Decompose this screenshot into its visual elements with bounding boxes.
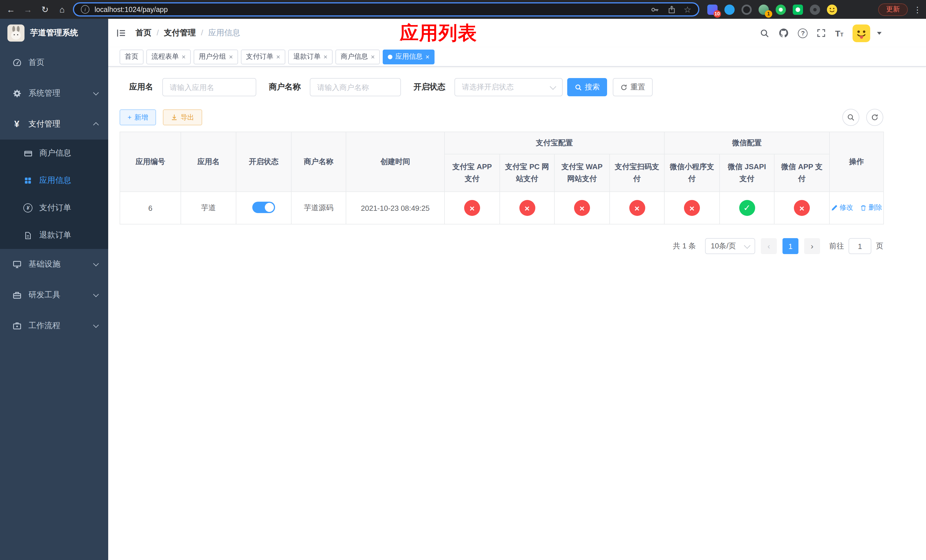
sidebar-item-app-info[interactable]: 应用信息 (0, 167, 108, 194)
grid-icon (23, 177, 32, 185)
toggle-search-button[interactable] (842, 109, 859, 126)
app-name-input[interactable] (162, 78, 256, 96)
search-button[interactable]: 搜索 (567, 78, 607, 96)
wechat-mini-disabled-icon: × (684, 200, 700, 216)
site-info-icon[interactable]: i (81, 5, 89, 14)
chevron-down-icon (93, 322, 99, 328)
edit-link[interactable]: 修改 (831, 203, 853, 213)
monitor-icon (12, 260, 22, 269)
extension-badge: 10 (713, 10, 721, 17)
app-logo: 芋道管理系统 (0, 19, 108, 47)
sidebar-item-system[interactable]: 系统管理 (0, 78, 108, 109)
sidebar-item-home[interactable]: 首页 (0, 47, 108, 78)
sidebar-menu: 首页 系统管理 ¥ 支付管理 商户信息 (0, 47, 108, 341)
alipay-wap-disabled-icon: × (574, 200, 590, 216)
tab-close-icon[interactable]: × (324, 53, 327, 61)
browser-menu-icon[interactable]: ⋮ (914, 5, 921, 14)
export-button[interactable]: 导出 (163, 109, 202, 125)
user-avatar[interactable] (853, 24, 870, 42)
extension-pin-icon[interactable] (810, 4, 820, 15)
merchant-name-input[interactable] (310, 78, 401, 96)
breadcrumb-payment[interactable]: 支付管理 (151, 28, 196, 38)
col-wechat-mini: 微信小程序支付 (664, 154, 720, 192)
tab-home[interactable]: 首页 (120, 49, 144, 64)
add-button[interactable]: + 新增 (120, 109, 156, 125)
font-size-icon[interactable]: TT (835, 29, 843, 37)
refresh-table-button[interactable] (866, 109, 883, 126)
status-select[interactable]: 请选择开启状态 (454, 78, 563, 96)
filter-form: 应用名 商户名称 开启状态 请选择开启状态 搜索 重置 (120, 78, 883, 96)
tab-refund-order[interactable]: 退款订单× (288, 49, 333, 64)
chevron-down-icon (744, 242, 750, 249)
browser-extensions: 10 1 (707, 4, 837, 15)
extension-avatar-icon[interactable]: 1 (758, 4, 769, 15)
sidebar-toggle-icon[interactable] (116, 28, 126, 38)
sidebar-item-payment[interactable]: ¥ 支付管理 (0, 109, 108, 139)
breadcrumb-home[interactable]: 首页 (136, 28, 151, 38)
sidebar-item-dev-tools[interactable]: 研发工具 (0, 280, 108, 310)
col-app-name: 应用名 (181, 132, 236, 192)
tab-close-icon[interactable]: × (229, 53, 233, 61)
delete-link[interactable]: 删除 (860, 203, 882, 213)
col-app-id: 应用编号 (120, 132, 181, 192)
avatar-caret-icon[interactable] (877, 32, 882, 35)
extension-devtools-icon[interactable]: 10 (707, 4, 717, 15)
col-alipay-pc: 支付宝 PC 网站支付 (500, 154, 554, 192)
profile-emoji-icon[interactable] (827, 4, 837, 15)
address-bar[interactable]: i localhost:1024/pay/app ☆ (73, 2, 699, 17)
sidebar-item-merchant-info[interactable]: 商户信息 (0, 139, 108, 167)
fullscreen-icon[interactable] (817, 29, 826, 38)
yen-circle-icon: ¥ (23, 203, 32, 212)
url-text: localhost:1024/pay/app (95, 5, 168, 14)
forward-icon[interactable]: → (20, 0, 36, 19)
extension-wechat-icon[interactable] (793, 4, 803, 15)
reset-button[interactable]: 重置 (613, 78, 653, 96)
col-alipay-app: 支付宝 APP 支付 (445, 154, 500, 192)
col-merchant-name: 商户名称 (291, 132, 346, 192)
back-icon[interactable]: ← (2, 0, 20, 19)
github-icon[interactable] (779, 28, 789, 38)
tab-merchant-info[interactable]: 商户信息× (336, 49, 380, 64)
tab-pay-order[interactable]: 支付订单× (241, 49, 285, 64)
help-icon[interactable]: ? (798, 28, 808, 38)
page-size-select[interactable]: 10条/页 (705, 238, 755, 254)
cell-app-name: 芋道 (181, 192, 236, 224)
tab-close-icon[interactable]: × (276, 53, 280, 61)
sidebar-item-refund-order[interactable]: 退款订单 (0, 222, 108, 249)
wechat-jsapi-enabled-icon: ✓ (739, 200, 755, 216)
table-row: 6 芋道 芋道源码 2021-10-23 08:49:25 × × × × × … (120, 192, 884, 224)
goto-page-input[interactable] (849, 238, 872, 254)
next-page-button[interactable]: › (804, 238, 820, 254)
browser-update-button[interactable]: 更新 (878, 3, 908, 16)
tab-app-info[interactable]: 应用信息× (383, 49, 434, 64)
tab-close-icon[interactable]: × (182, 53, 186, 61)
extension-vue-icon[interactable] (776, 4, 786, 15)
breadcrumb: 首页 支付管理 应用信息 (136, 28, 240, 38)
bookmark-star-icon[interactable]: ☆ (684, 5, 691, 14)
share-icon[interactable] (667, 5, 676, 14)
extension-drop-icon[interactable] (725, 4, 735, 15)
extension-dark-circle-icon[interactable] (741, 4, 752, 15)
chevron-down-icon (93, 260, 99, 266)
sidebar-item-pay-order[interactable]: ¥ 支付订单 (0, 194, 108, 222)
table-toolbar: + 新增 导出 (120, 109, 883, 126)
top-navbar: 首页 支付管理 应用信息 应用列表 ? TT (108, 19, 926, 47)
reload-icon[interactable]: ↻ (36, 0, 53, 19)
cell-create-time: 2021-10-23 08:49:25 (346, 192, 445, 224)
home-icon[interactable]: ⌂ (53, 0, 71, 19)
tab-process-form[interactable]: 流程表单× (146, 49, 191, 64)
header-search-icon[interactable] (760, 28, 770, 38)
col-wechat-app: 微信 APP 支付 (774, 154, 829, 192)
tab-close-icon[interactable]: × (371, 53, 375, 61)
page-1-button[interactable]: 1 (782, 238, 799, 254)
sidebar-item-workflow[interactable]: 工作流程 (0, 310, 108, 341)
prev-page-button[interactable]: ‹ (761, 238, 777, 254)
sidebar-item-infrastructure[interactable]: 基础设施 (0, 249, 108, 280)
chevron-down-icon (550, 83, 557, 90)
password-key-icon[interactable] (650, 5, 659, 14)
col-group-alipay: 支付宝配置 (445, 132, 664, 154)
tab-user-group[interactable]: 用户分组× (194, 49, 238, 64)
cell-status (236, 192, 291, 224)
status-toggle[interactable] (252, 201, 275, 213)
tab-close-icon[interactable]: × (425, 53, 430, 61)
